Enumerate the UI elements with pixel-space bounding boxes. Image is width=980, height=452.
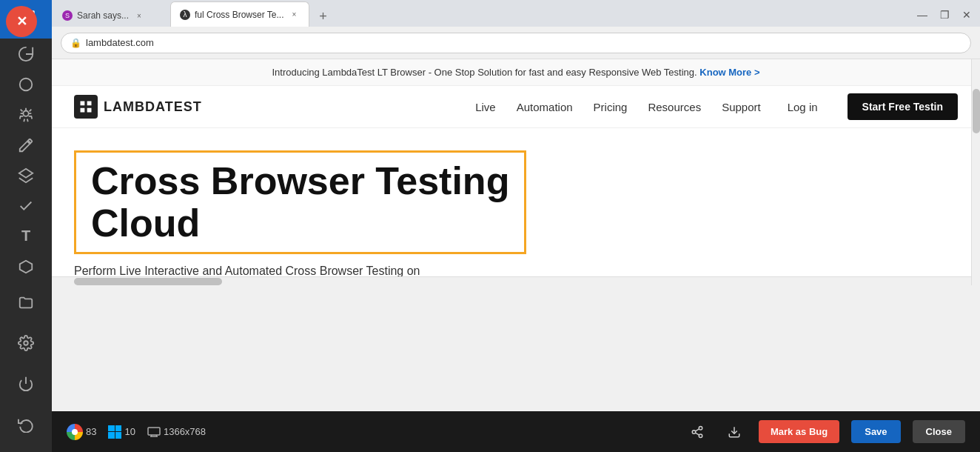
sidebar-icon-layers[interactable] [0,160,52,190]
hero-title-line2: Cloud [91,202,200,245]
hero-title-line1: Cross Browser Testing [91,159,509,202]
nav-link-support[interactable]: Support [722,101,761,113]
sidebar-close-area: ✕ [0,0,52,52]
tab-favicon-lambdatest: λ [180,10,190,20]
sidebar-icon-pen[interactable] [0,130,52,160]
tab-close-sarah[interactable]: × [133,10,145,21]
site-nav-links: Live Automation Pricing Resources Suppor… [475,93,958,120]
windows-icon [108,425,121,439]
windows-badge: 10 [108,425,135,439]
left-sidebar: T [0,0,52,452]
svg-marker-6 [19,168,33,177]
download-button[interactable] [722,419,747,445]
bottom-toolbar: 83 10 1366x768 [52,411,980,452]
resolution-text: 1366x768 [164,426,206,437]
chrome-icon [67,424,83,440]
sidebar-icon-settings[interactable] [0,322,52,363]
tab-active-label: ful Cross Browser Te... [195,10,283,20]
tab-inactive-label: Sarah says... [77,10,129,21]
announcement-banner: Introducing LambdaTest LT Browser - One … [52,59,980,86]
windows-version: 10 [124,426,135,437]
site-navbar: LAMBDATEST Live Automation Pricing Resou… [52,86,980,128]
sidebar-icon-transform[interactable] [0,251,52,282]
chrome-badge: 83 [67,424,96,440]
nav-login[interactable]: Log in [788,101,818,113]
logo-text: LAMBDATEST [104,99,202,115]
nav-link-resources[interactable]: Resources [648,101,701,113]
url-bar[interactable]: 🔒 lambdatest.com [61,33,971,53]
tab-bar: S Sarah says... × λ ful Cross Browser Te… [52,0,980,27]
monitor-icon [147,427,161,437]
sidebar-icon-text[interactable]: T [0,221,52,251]
logo-icon [74,95,98,119]
sidebar-icon-bug[interactable] [0,99,52,130]
svg-point-5 [23,110,28,116]
svg-point-14 [692,430,696,433]
window-right-controls: — ❐ ✕ [912,6,980,27]
address-bar: 🔒 lambdatest.com [52,27,980,59]
close-button[interactable]: Close [913,420,965,443]
svg-point-4 [20,78,33,90]
tab-active-lambdatest[interactable]: λ ful Cross Browser Te... × [170,1,309,27]
tab-inactive-sarah[interactable]: S Sarah says... × [52,4,170,27]
sidebar-bottom [0,282,52,445]
minimize-button[interactable]: — [912,6,933,24]
tab-favicon-sarah: S [62,10,73,21]
share-button[interactable] [685,419,710,445]
know-more-link[interactable]: Know More > [699,67,759,78]
nav-link-live[interactable]: Live [475,101,496,113]
website-content: Introducing LambdaTest LT Browser - One … [52,59,980,285]
close-window-button[interactable]: ✕ [956,6,977,24]
resolution-badge: 1366x768 [147,426,206,437]
sidebar-icon-power[interactable] [0,363,52,404]
scrollbar-horizontal[interactable] [52,276,971,285]
svg-rect-9 [148,428,160,435]
announcement-text: Introducing LambdaTest LT Browser - One … [272,67,697,78]
sidebar-icon-circle[interactable] [0,69,52,99]
nav-link-pricing[interactable]: Pricing [594,101,628,113]
url-text: lambdatest.com [86,37,154,48]
hero-title: Cross Browser Testing Cloud [74,150,526,254]
chrome-version: 83 [86,426,96,437]
nav-cta-button[interactable]: Start Free Testin [848,93,958,120]
sidebar-icon-folder[interactable] [0,282,52,322]
scrollbar-vertical[interactable] [971,59,980,285]
scrollbar-thumb-vertical[interactable] [973,89,980,133]
svg-line-17 [695,428,699,431]
svg-point-7 [24,341,28,345]
new-tab-button[interactable]: + [312,6,333,27]
mark-as-bug-button[interactable]: Mark as Bug [759,420,839,443]
sidebar-icon-check[interactable] [0,190,52,221]
tab-close-active[interactable]: × [288,9,300,21]
sidebar-icon-undo[interactable] [0,404,52,445]
hero-section: Cross Browser Testing Cloud Perform Live… [52,128,980,285]
maximize-button[interactable]: ❐ [934,6,955,24]
scrollbar-thumb-horizontal[interactable] [74,278,222,285]
lock-icon: 🔒 [70,38,81,48]
close-x-button[interactable]: ✕ [6,6,37,37]
svg-point-15 [699,434,702,438]
browser-frame: S Sarah says... × λ ful Cross Browser Te… [52,0,980,411]
svg-point-13 [699,426,702,430]
svg-line-16 [695,433,699,435]
save-button[interactable]: Save [851,420,900,443]
site-logo: LAMBDATEST [74,95,202,119]
nav-link-automation[interactable]: Automation [517,101,573,113]
